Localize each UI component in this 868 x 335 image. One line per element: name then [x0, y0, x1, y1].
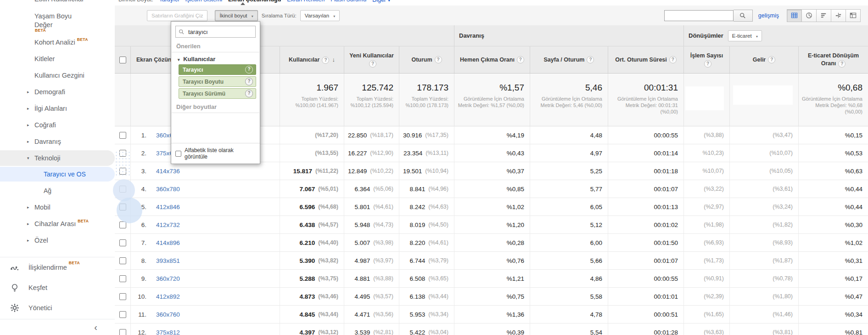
comparison-view-button[interactable] — [831, 9, 846, 22]
primary-dimension-link[interactable]: Ekran Renkleri — [287, 0, 325, 3]
column-header-users[interactable]: Kullanıcılar?↓ — [280, 46, 344, 73]
row-checkbox[interactable] — [119, 329, 126, 335]
sidebar-item[interactable]: ▸ Mobil — [0, 199, 115, 216]
pages-session-cell: 5,77 — [530, 180, 608, 198]
resolution-link[interactable]: 393x851 — [156, 257, 180, 264]
table-search-button[interactable] — [734, 10, 753, 22]
help-icon[interactable]: ? — [768, 56, 775, 63]
primary-dimension-link[interactable]: Ekran Çözünürlüğü — [228, 0, 281, 3]
row-checkbox[interactable] — [119, 257, 126, 264]
help-icon[interactable]: ? — [435, 56, 442, 63]
dimension-group-users[interactable]: ▾ Kullanıcılar — [171, 52, 260, 64]
row-checkbox[interactable] — [119, 239, 126, 246]
dimension-search-input[interactable] — [187, 28, 252, 36]
row-checkbox[interactable] — [119, 221, 126, 228]
collapse-sidebar-icon[interactable]: ‹ — [94, 323, 97, 332]
sidebar-item-admin[interactable]: Yönetici — [0, 298, 115, 318]
primary-dimension-link[interactable]: Diğer ▾ — [372, 0, 391, 3]
column-header-bounce-rate[interactable]: Hemen Çıkma Oranı? — [454, 46, 530, 73]
resolution-link[interactable]: 360x780 — [156, 186, 180, 193]
row-checkbox[interactable] — [119, 132, 126, 139]
column-header-avg-duration[interactable]: Ort. Oturum Süresi? — [608, 46, 684, 73]
sessions-cell: 8.242(%4,63) — [399, 198, 454, 216]
plot-rows-button[interactable]: Satırların Grafiğini Çiz — [147, 10, 207, 21]
help-icon[interactable]: ? — [517, 56, 524, 63]
resolution-link[interactable]: 412x846 — [156, 204, 180, 210]
help-icon[interactable]: ? — [245, 66, 253, 74]
row-checkbox[interactable] — [119, 204, 126, 210]
sidebar-item[interactable]: Kohort Analizi BETA — [0, 34, 115, 51]
primary-dimension-link[interactable]: Flash Sürümü — [330, 0, 366, 3]
help-icon[interactable]: ? — [245, 90, 253, 97]
expand-arrow-icon: ▸ — [27, 123, 33, 127]
resolution-link[interactable]: 412x892 — [156, 293, 180, 300]
column-header-revenue[interactable]: Gelir? — [730, 46, 799, 73]
sidebar-item-attribution[interactable]: İlişkilendirme BETA — [0, 257, 115, 278]
help-icon[interactable]: ? — [322, 57, 329, 64]
sidebar-item-discover[interactable]: Keşfet — [0, 278, 115, 298]
alphabetical-toggle-row: Alfabetik liste olarak görüntüle — [171, 143, 260, 164]
pages-session-cell: 4,78 — [530, 306, 608, 323]
row-checkbox[interactable] — [119, 293, 126, 300]
row-checkbox[interactable] — [119, 311, 126, 318]
sidebar-item[interactable]: Tarayıcı ve OS — [0, 167, 115, 182]
sidebar-item[interactable]: Ağ — [0, 182, 115, 199]
alphabetical-checkbox[interactable] — [175, 151, 181, 157]
sidebar-item[interactable]: Kullanıcı Gezgini — [0, 67, 115, 84]
row-checkbox[interactable] — [119, 275, 126, 282]
users-cell: 5.390(%3,82) — [280, 252, 344, 269]
sidebar-item[interactable]: ▸ Davranış — [0, 133, 115, 150]
help-icon[interactable]: ? — [245, 78, 253, 85]
sidebar-item[interactable]: Kitleler — [0, 51, 115, 67]
resolution-link[interactable]: 360x720 — [156, 275, 180, 282]
dimension-option[interactable]: Tarayıcı Boyutu ? — [179, 76, 256, 87]
sessions-cell: 8.019(%4,50) — [399, 216, 454, 233]
resolution-link[interactable]: 375x812 — [156, 329, 180, 335]
dimension-option[interactable]: Tarayıcı Sürümü ? — [179, 88, 256, 99]
new-users-cell: 4.495(%3,57) — [344, 288, 399, 305]
ecommerce-rate-cell: %0,47 — [799, 288, 868, 305]
column-header-ecommerce-rate[interactable]: E-ticaret Dönüşüm Oranı? — [799, 46, 868, 73]
resolution-link[interactable]: 412x732 — [156, 221, 180, 228]
table-search-input[interactable] — [664, 10, 734, 21]
help-icon[interactable]: ? — [838, 60, 846, 68]
column-header-pages-session[interactable]: Sayfa / Oturum? — [530, 46, 608, 73]
sort-type-select[interactable]: Varsayılan ▾ — [300, 10, 340, 21]
secondary-dimension-button[interactable]: İkincil boyut ▾ — [215, 10, 258, 21]
summary-users: 1.967 Toplam Yüzdesi: %100,00 (141.967) — [280, 74, 344, 126]
row-checkbox[interactable] — [119, 168, 126, 175]
sidebar-item[interactable]: ▾ Teknoloji — [0, 150, 115, 166]
advanced-filter-link[interactable]: gelişmiş — [758, 12, 779, 19]
help-icon[interactable]: ? — [587, 56, 594, 63]
sidebar-item[interactable]: Yaşam Boyu Değer BETA — [0, 7, 115, 34]
expand-arrow-icon: ▸ — [27, 106, 33, 111]
sidebar-item[interactable]: ▸ Cihazlar Arası BETA — [0, 216, 115, 232]
sidebar-item[interactable]: ▸ Coğrafi — [0, 117, 115, 133]
help-icon[interactable]: ? — [669, 56, 677, 63]
percentage-view-button[interactable] — [801, 9, 817, 22]
help-icon[interactable]: ? — [369, 60, 376, 68]
primary-dimension-link[interactable]: Tarayıcı — [159, 0, 179, 3]
resolution-link[interactable]: 414x736 — [156, 168, 180, 175]
resolution-link[interactable]: 360x760 — [156, 311, 180, 318]
sidebar-item[interactable]: ▸ Demografi — [0, 84, 115, 100]
avg-duration-cell: 00:00:51 — [608, 306, 684, 323]
help-icon[interactable]: ? — [704, 60, 711, 68]
chevron-down-icon: ▾ — [756, 34, 758, 39]
column-header-transactions[interactable]: İşlem Sayısı? — [684, 46, 730, 73]
primary-dimension-link[interactable]: İşletim Sistemi — [185, 0, 223, 3]
row-checkbox[interactable] — [119, 186, 126, 193]
sidebar-item-label: Kohort Analizi — [34, 39, 75, 46]
performance-view-button[interactable] — [816, 9, 831, 22]
column-header-sessions[interactable]: Oturum? — [399, 46, 454, 73]
dimension-option[interactable]: Tarayıcı ? — [179, 64, 256, 75]
sidebar-item[interactable]: Etkin Kullanıcılar — [0, 0, 115, 7]
column-header-new-users[interactable]: Yeni Kullanıcılar? — [344, 46, 399, 73]
sidebar-item[interactable]: ▸ İlgi Alanları — [0, 100, 115, 117]
table-view-button[interactable] — [787, 9, 802, 22]
select-all-checkbox[interactable] — [119, 57, 126, 63]
resolution-link[interactable]: 414x896 — [156, 239, 180, 246]
conversion-goal-select[interactable]: E-ticaret ▾ — [728, 30, 762, 41]
row-checkbox[interactable] — [119, 150, 126, 157]
pivot-view-button[interactable] — [846, 9, 861, 22]
